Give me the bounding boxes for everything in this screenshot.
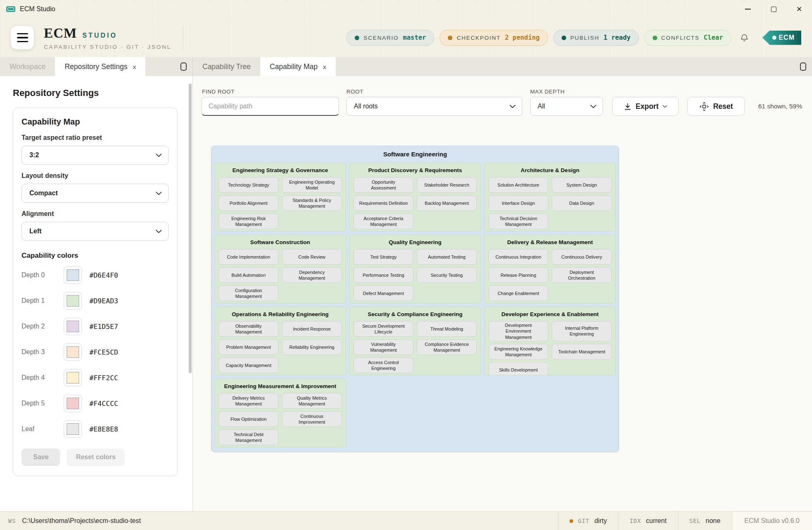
capability-leaf[interactable]: Performance Testing	[353, 267, 413, 283]
capability-leaf[interactable]: Engineering Risk Management	[219, 213, 279, 229]
capability-group-engineering-strategy-governance[interactable]: Engineering Strategy & GovernanceTechnol…	[214, 163, 346, 231]
capability-group-operations-reliability-engineering[interactable]: Operations & Reliability EngineeringObse…	[214, 307, 346, 375]
color-swatch-button[interactable]	[64, 292, 82, 309]
tab-close-icon[interactable]: x	[323, 63, 326, 70]
capability-leaf[interactable]: Technical Decision Management	[488, 213, 548, 229]
capability-leaf[interactable]: Capacity Management	[219, 357, 279, 373]
capability-leaf[interactable]: Data Design	[552, 195, 612, 211]
panel-toggle-icon[interactable]	[180, 62, 187, 71]
maximize-button[interactable]	[761, 0, 786, 18]
capability-leaf[interactable]: Dependency Management	[282, 267, 342, 283]
capability-leaf[interactable]: Code Implementation	[219, 249, 279, 265]
capability-leaf[interactable]: Vulnerability Management	[353, 339, 413, 355]
capability-group-delivery-release-management[interactable]: Delivery & Release ManagementContinuous …	[484, 235, 616, 303]
capability-leaf[interactable]: Engineering Operating Model	[282, 177, 342, 193]
capability-leaf[interactable]: Technical Debt Management	[219, 429, 279, 445]
capability-leaf[interactable]: Configuration Management	[219, 285, 279, 301]
reset-view-button[interactable]: Reset	[687, 97, 745, 116]
settings-scrollbar[interactable]	[189, 84, 192, 373]
select-alignment[interactable]: Left	[22, 222, 169, 241]
capability-leaf[interactable]: Defect Management	[353, 285, 413, 301]
app-logo: ECM STUDIO CAPABILITY STUDIO · GIT · JSO…	[44, 26, 171, 50]
pill-value: master	[403, 34, 426, 41]
status-pill-checkpoint[interactable]: CHECKPOINT2 pending	[440, 30, 548, 46]
capability-leaf[interactable]: Release Planning	[488, 267, 548, 283]
status-pill-publish[interactable]: PUBLISH1 ready	[553, 30, 639, 46]
capability-leaf[interactable]: Security Testing	[417, 267, 477, 283]
capability-leaf[interactable]: Continuous Integration	[488, 249, 548, 265]
capability-leaf[interactable]: Portfolio Alignment	[219, 195, 279, 211]
capability-leaf[interactable]: Delivery Metrics Management	[219, 393, 279, 409]
capability-group-developer-experience-enablement[interactable]: Developer Experience & EnablementDevelop…	[484, 307, 616, 375]
color-swatch-button[interactable]	[64, 369, 82, 386]
tab-workspace[interactable]: Workspace	[0, 57, 55, 76]
capability-leaf[interactable]: Backlog Management	[417, 195, 477, 211]
capability-leaf[interactable]: Test Strategy	[353, 249, 413, 265]
capability-leaf[interactable]: Skills Development	[488, 362, 548, 375]
select-target-aspect-ratio-preset[interactable]: 3:2	[22, 146, 169, 165]
tab-repository-settings[interactable]: Repository Settingsx	[55, 57, 145, 76]
capability-leaf[interactable]: Change Enablement	[488, 285, 548, 301]
color-swatch-button[interactable]	[64, 420, 82, 438]
leaf-grid: Technology StrategyEngineering Operating…	[219, 177, 342, 229]
find-root-input[interactable]	[202, 97, 339, 116]
tab-capability-map[interactable]: Capability Mapx	[260, 57, 336, 76]
capability-leaf[interactable]: Requirements Definition	[353, 195, 413, 211]
capability-leaf[interactable]: Standards & Policy Management	[282, 195, 342, 211]
capability-leaf[interactable]: Opportunity Assessment	[353, 177, 413, 193]
capability-leaf[interactable]: Interface Design	[488, 195, 548, 211]
export-button[interactable]: Export	[612, 97, 679, 116]
ecm-account-badge[interactable]: ECM	[762, 31, 801, 45]
capability-group-engineering-measurement-improvement[interactable]: Engineering Measurement & ImprovementDel…	[214, 379, 346, 447]
capability-group-security-compliance-engineering[interactable]: Security & Compliance EngineeringSecure …	[349, 307, 481, 375]
status-pill-scenario[interactable]: SCENARIOmaster	[346, 30, 434, 46]
capability-leaf[interactable]: Deployment Orchestration	[552, 267, 612, 283]
capability-group-architecture-design[interactable]: Architecture & DesignSolution Architectu…	[484, 163, 616, 231]
capability-leaf[interactable]: Stakeholder Research	[417, 177, 477, 193]
tab-capability-tree[interactable]: Capability Tree	[193, 57, 260, 76]
capability-leaf[interactable]: Technology Strategy	[219, 177, 279, 193]
capability-leaf[interactable]: Acceptance Criteria Management	[353, 213, 413, 229]
capability-leaf[interactable]: Incident Response	[282, 321, 342, 337]
capability-leaf[interactable]: Secure Development Lifecycle	[353, 321, 413, 337]
capability-leaf[interactable]: Reliability Engineering	[282, 339, 342, 355]
close-button[interactable]: ✕	[786, 0, 812, 18]
capability-leaf[interactable]: Solution Architecture	[488, 177, 548, 193]
capability-leaf[interactable]: Quality Metrics Management	[282, 393, 342, 409]
capability-leaf[interactable]: Continuous Improvement	[282, 411, 342, 427]
capability-leaf[interactable]: Automated Testing	[417, 249, 477, 265]
capability-leaf[interactable]: Compliance Evidence Management	[417, 339, 477, 355]
capability-leaf[interactable]: Toolchain Management	[552, 344, 612, 360]
color-swatch-button[interactable]	[64, 343, 82, 361]
capability-leaf[interactable]: Observability Management	[219, 321, 279, 337]
capability-group-quality-engineering[interactable]: Quality EngineeringTest StrategyAutomate…	[349, 235, 481, 303]
capability-leaf[interactable]: Threat Modeling	[417, 321, 477, 337]
color-swatch-button[interactable]	[64, 266, 82, 284]
minimize-button[interactable]	[735, 0, 761, 18]
select-layout-density[interactable]: Compact	[22, 184, 169, 203]
hamburger-menu-button[interactable]	[11, 26, 34, 49]
capability-group-product-discovery-requirements[interactable]: Product Discovery & RequirementsOpportun…	[349, 163, 481, 231]
capability-group-software-construction[interactable]: Software ConstructionCode Implementation…	[214, 235, 346, 303]
notifications-button[interactable]	[740, 33, 749, 43]
capability-leaf[interactable]: Problem Management	[219, 339, 279, 355]
capability-leaf[interactable]: System Design	[552, 177, 612, 193]
capability-leaf[interactable]: Code Review	[282, 249, 342, 265]
panel-toggle-icon[interactable]	[800, 62, 806, 71]
capability-leaf[interactable]: Flow Optimization	[219, 411, 279, 427]
capability-leaf[interactable]: Internal Platform Engineering	[552, 321, 612, 341]
color-swatch-button[interactable]	[64, 395, 82, 412]
reset-colors-button[interactable]: Reset colors	[67, 448, 125, 466]
capability-leaf[interactable]: Engineering Knowledge Management	[488, 344, 548, 360]
capability-leaf[interactable]: Continuous Delivery	[552, 249, 612, 265]
root-label: ROOT	[346, 89, 363, 95]
max-depth-select[interactable]: All	[530, 97, 603, 116]
capability-leaf[interactable]: Access Control Engineering	[353, 357, 413, 373]
status-pill-conflicts[interactable]: CONFLICTSClear	[644, 30, 731, 46]
color-swatch-button[interactable]	[64, 318, 82, 335]
save-button[interactable]: Save	[22, 448, 60, 466]
capability-leaf[interactable]: Development Environment Management	[488, 321, 548, 341]
capability-leaf[interactable]: Build Automation	[219, 267, 279, 283]
tab-close-icon[interactable]: x	[133, 63, 136, 70]
root-select[interactable]: All roots	[346, 97, 522, 116]
